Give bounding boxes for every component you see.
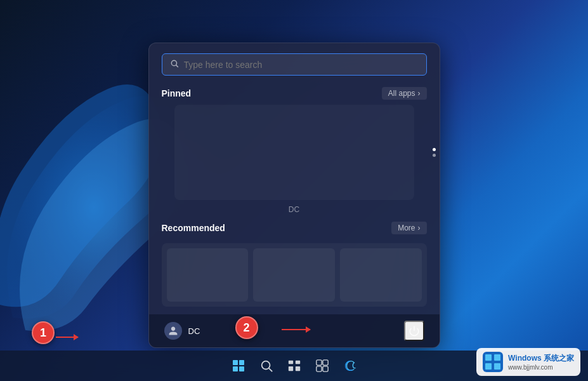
taskbar-center <box>226 353 363 378</box>
dot-inactive <box>433 154 436 157</box>
rec-item-2 <box>253 248 335 302</box>
svg-rect-6 <box>295 361 299 364</box>
watermark: Windows 系统之家 www.bjjmlv.com <box>476 348 580 376</box>
badge-2: 2 <box>235 316 258 339</box>
arrow-1 <box>56 337 78 338</box>
recommended-section: Recommended More › <box>149 218 440 307</box>
watermark-text: Windows 系统之家 www.bjjmlv.com <box>508 353 574 371</box>
svg-rect-5 <box>288 361 292 364</box>
user-info[interactable]: DC <box>164 322 200 340</box>
power-button[interactable] <box>404 321 424 341</box>
user-avatar <box>164 322 182 340</box>
svg-rect-9 <box>316 360 321 365</box>
arrow-2 <box>282 329 310 330</box>
rec-item-1 <box>167 248 249 302</box>
taskbar-start-button[interactable] <box>226 353 251 378</box>
search-bar[interactable] <box>162 53 427 76</box>
dot-active <box>433 148 436 151</box>
taskbar-search-button[interactable] <box>254 353 279 378</box>
watermark-title: Windows 系统之家 <box>508 353 574 364</box>
svg-rect-10 <box>322 360 327 365</box>
recommended-header: Recommended More › <box>149 218 440 239</box>
svg-rect-17 <box>494 363 500 370</box>
svg-point-0 <box>171 60 176 65</box>
user-name: DC <box>188 326 200 336</box>
desktop: Pinned All apps › DC Recommended More › <box>0 0 588 381</box>
pinned-header: Pinned All apps › <box>149 83 440 105</box>
pagination-dots <box>433 148 436 157</box>
svg-line-1 <box>176 65 178 67</box>
watermark-logo-icon <box>483 352 503 372</box>
svg-point-3 <box>261 361 270 370</box>
recommended-title: Recommended <box>162 223 225 233</box>
start-menu: Pinned All apps › DC Recommended More › <box>148 43 440 348</box>
rec-item-3 <box>340 248 422 302</box>
pinned-grid <box>174 105 414 200</box>
watermark-url: www.bjjmlv.com <box>508 364 574 371</box>
recommended-grid <box>162 243 427 307</box>
dc-label: DC <box>289 205 299 214</box>
start-footer: DC <box>149 314 440 347</box>
taskbar-taskview-button[interactable] <box>282 353 307 378</box>
all-apps-button[interactable]: All apps › <box>382 87 427 100</box>
svg-rect-11 <box>316 366 321 371</box>
svg-rect-7 <box>288 366 292 371</box>
svg-rect-14 <box>485 354 492 361</box>
search-icon <box>170 59 179 70</box>
pinned-title: Pinned <box>162 88 192 98</box>
search-input[interactable] <box>184 60 419 70</box>
svg-rect-8 <box>295 366 299 371</box>
windows-logo-icon <box>233 360 244 371</box>
more-button[interactable]: More › <box>391 222 426 234</box>
taskbar-widgets-button[interactable] <box>310 353 335 378</box>
svg-rect-15 <box>494 354 500 361</box>
svg-rect-12 <box>322 366 327 371</box>
taskbar-edge-button[interactable] <box>337 353 363 378</box>
svg-rect-16 <box>485 363 492 370</box>
badge-1: 1 <box>32 321 55 344</box>
svg-line-4 <box>269 368 272 371</box>
